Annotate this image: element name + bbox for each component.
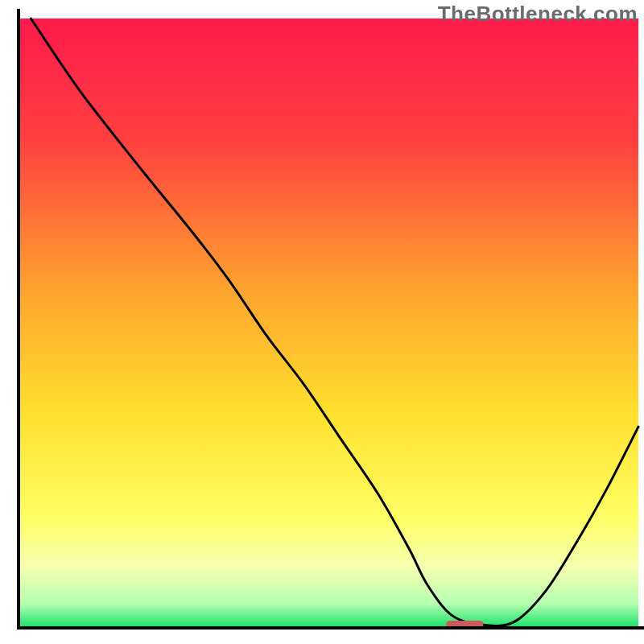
chart-svg: [0, 0, 644, 644]
bottleneck-chart: TheBottleneck.com: [0, 0, 644, 644]
gradient-background: [19, 19, 638, 628]
watermark-text: TheBottleneck.com: [438, 2, 638, 27]
